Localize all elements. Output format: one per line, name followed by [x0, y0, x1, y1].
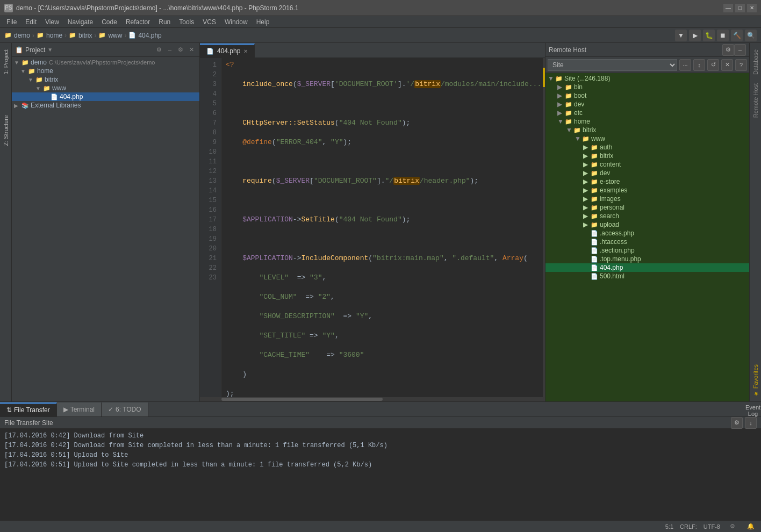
- remote-item-upload[interactable]: ▶ 📁 upload: [545, 220, 749, 229]
- code-line-6: [226, 157, 539, 167]
- remote-close-btn[interactable]: ✕: [721, 59, 733, 71]
- breadcrumb-www[interactable]: 📁 www: [98, 32, 122, 39]
- line-ending: CRLF:: [680, 523, 697, 530]
- bottom-tab-terminal[interactable]: ▶ Terminal: [57, 402, 102, 416]
- run-btn[interactable]: ▶: [689, 30, 701, 41]
- sidebar-tab-database[interactable]: Database: [750, 45, 761, 79]
- project-panel-actions: ⚙ – ⚙ ✕: [154, 45, 196, 55]
- remote-item-bitrix2[interactable]: ▶ 📁 bitrix: [545, 152, 749, 160]
- tree-item-external[interactable]: ▶ 📚 External Libraries: [12, 101, 199, 110]
- remote-topmenu-label: .top.menu.php: [600, 255, 641, 263]
- editor-tab-404[interactable]: 📄 404.php ✕: [200, 44, 255, 57]
- site-selector[interactable]: Site: [548, 59, 677, 71]
- remote-item-etc[interactable]: ▶ 📁 etc: [545, 109, 749, 117]
- remote-item-section[interactable]: 📄 .section.php: [545, 246, 749, 255]
- maximize-button[interactable]: □: [735, 4, 745, 12]
- breadcrumb-file[interactable]: 📄 404.php: [128, 32, 161, 39]
- expand-icon-auth: ▶: [583, 143, 591, 151]
- line-num-22: 22: [200, 263, 217, 273]
- collapse-btn[interactable]: –: [165, 45, 175, 55]
- menu-help[interactable]: Help: [252, 17, 274, 27]
- search-btn[interactable]: 🔍: [745, 30, 757, 41]
- build-btn[interactable]: 🔨: [731, 30, 743, 41]
- tree-folder-icon-bitrix: 📁: [35, 76, 43, 83]
- event-log-link[interactable]: Event Log: [747, 405, 759, 416]
- remote-menu-btn[interactable]: ···: [679, 59, 691, 71]
- breadcrumb-home[interactable]: 📁 home: [37, 32, 62, 39]
- remote-folder-bitrix2-icon: 📁: [591, 153, 598, 160]
- dropdown-btn[interactable]: ▼: [675, 30, 687, 41]
- menu-vcs[interactable]: VCS: [198, 17, 220, 27]
- remote-folder-images-icon: 📁: [591, 196, 598, 203]
- settings-icon-btn[interactable]: ⚙: [727, 521, 738, 533]
- ft-settings-btn[interactable]: ⚙: [731, 417, 743, 429]
- ft-download-btn[interactable]: ↓: [745, 417, 757, 429]
- menu-code[interactable]: Code: [97, 17, 121, 27]
- remote-item-404[interactable]: 📄 404.php: [545, 263, 749, 272]
- remote-item-topmenu[interactable]: 📄 .top.menu.php: [545, 255, 749, 263]
- h-scroll-thumb[interactable]: [221, 398, 383, 401]
- remote-item-access[interactable]: 📄 .access.php: [545, 229, 749, 238]
- expand-icon-home: ▼: [557, 118, 565, 125]
- sidebar-tab-structure[interactable]: Z: Structure: [2, 111, 10, 150]
- tab-close-btn[interactable]: ✕: [243, 48, 248, 54]
- remote-item-www[interactable]: ▼ 📁 www: [545, 134, 749, 143]
- sidebar-tab-favorites[interactable]: ★ Favorites: [750, 360, 761, 401]
- remote-item-htaccess[interactable]: 📄 .htaccess: [545, 238, 749, 246]
- notification-btn[interactable]: 🔔: [745, 521, 757, 533]
- remote-folder-examples-icon: 📁: [591, 187, 598, 194]
- close-button[interactable]: ✕: [747, 4, 757, 12]
- menu-edit[interactable]: Edit: [21, 17, 41, 27]
- remote-search-btn[interactable]: ?: [735, 59, 747, 71]
- remote-refresh-btn[interactable]: ↺: [707, 59, 719, 71]
- remote-item-search[interactable]: ▶ 📁 search: [545, 212, 749, 220]
- file-transfer-log: [17.04.2016 0:42] Download from Site [17…: [0, 429, 761, 520]
- tree-item-bitrix[interactable]: ▼ 📁 bitrix: [12, 75, 199, 84]
- remote-item-dev2[interactable]: ▶ 📁 dev: [545, 169, 749, 177]
- remote-item-boot[interactable]: ▶ 📁 boot: [545, 91, 749, 100]
- remote-item-site[interactable]: ▼ 📁 Site (...246.188): [545, 74, 749, 83]
- tree-item-404php[interactable]: 📄 404.php: [12, 92, 199, 101]
- remote-sync-btn[interactable]: ↕: [693, 59, 705, 71]
- remote-settings-btn[interactable]: ⚙: [722, 44, 734, 56]
- remote-item-500[interactable]: 📄 500.html: [545, 272, 749, 281]
- remote-item-images[interactable]: ▶ 📁 images: [545, 195, 749, 203]
- code-editor[interactable]: 1 2 3 4 5 6 7 8 9 10 11 12 13 14: [200, 58, 545, 397]
- menu-refactor[interactable]: Refactor: [121, 17, 154, 27]
- stop-btn[interactable]: ⏹: [717, 30, 729, 41]
- breadcrumb-demo[interactable]: 📁 demo: [4, 32, 30, 39]
- remote-item-dev[interactable]: ▶ 📁 dev: [545, 100, 749, 109]
- sidebar-tab-remote[interactable]: Remote Host: [750, 79, 761, 122]
- settings-btn[interactable]: ⚙: [176, 45, 185, 55]
- remote-item-personal[interactable]: ▶ 📁 personal: [545, 203, 749, 212]
- menu-navigate[interactable]: Navigate: [63, 17, 97, 27]
- remote-item-auth[interactable]: ▶ 📁 auth: [545, 143, 749, 152]
- tree-item-home[interactable]: ▼ 📁 home: [12, 67, 199, 75]
- remote-item-estore[interactable]: ▶ 📁 e-store: [545, 177, 749, 186]
- tree-item-www[interactable]: ▼ 📁 www: [12, 84, 199, 92]
- debug-btn[interactable]: 🐛: [703, 30, 715, 41]
- menu-file[interactable]: File: [2, 17, 21, 27]
- menu-run[interactable]: Run: [154, 17, 175, 27]
- remote-item-content[interactable]: ▶ 📁 content: [545, 160, 749, 169]
- bottom-tab-filetransfer[interactable]: ⇅ File Transfer: [0, 402, 57, 416]
- minimize-button[interactable]: —: [723, 4, 733, 12]
- breadcrumb-bitrix[interactable]: 📁 bitrix: [69, 32, 92, 39]
- tree-item-demo[interactable]: ▼ 📁 demo C:\Users\zavvla\PhpstormProject…: [12, 58, 199, 67]
- sidebar-tab-project[interactable]: 1: Project: [2, 45, 10, 78]
- code-content[interactable]: <? include_once($_SERVER['DOCUMENT_ROOT'…: [221, 58, 543, 397]
- remote-collapse-btn[interactable]: –: [734, 44, 746, 56]
- sync-btn[interactable]: ⚙: [154, 45, 164, 55]
- menu-window[interactable]: Window: [220, 17, 252, 27]
- remote-item-bin[interactable]: ▶ 📁 bin: [545, 83, 749, 91]
- horizontal-scrollbar[interactable]: [200, 397, 545, 401]
- project-dropdown-icon[interactable]: ▼: [47, 47, 53, 53]
- close-panel-btn[interactable]: ✕: [186, 45, 196, 55]
- tree-label-home: home: [37, 67, 53, 75]
- remote-item-examples[interactable]: ▶ 📁 examples: [545, 186, 749, 195]
- remote-item-home[interactable]: ▼ 📁 home: [545, 117, 749, 126]
- menu-tools[interactable]: Tools: [175, 17, 198, 27]
- menu-view[interactable]: View: [41, 17, 63, 27]
- remote-item-bitrix[interactable]: ▼ 📁 bitrix: [545, 126, 749, 134]
- bottom-tab-todo[interactable]: ✓ 6: TODO: [102, 402, 148, 416]
